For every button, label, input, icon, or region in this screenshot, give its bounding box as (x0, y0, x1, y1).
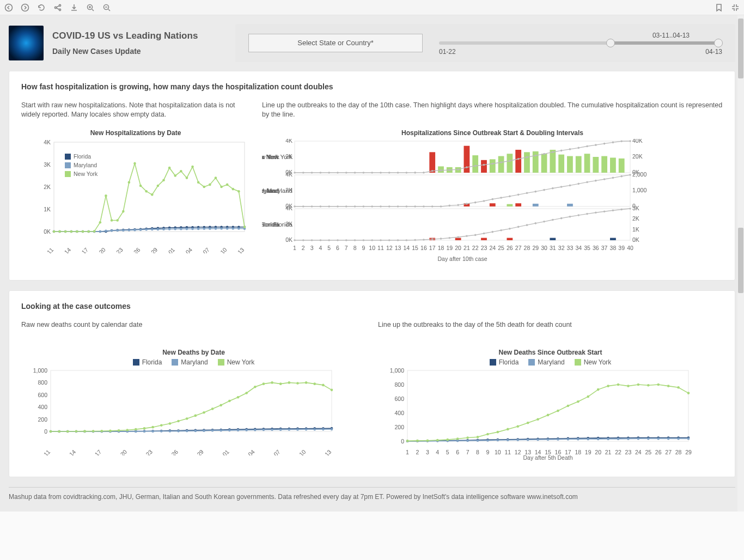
svg-text:4: 4 (319, 245, 322, 251)
legend-item: New York (575, 358, 612, 366)
slider-min-label: 01-22 (439, 48, 456, 56)
date-range-slider[interactable]: 03-11..04-13 01-22 04-13 (439, 34, 722, 52)
svg-point-1 (22, 4, 29, 11)
covid-logo-image (9, 26, 44, 60)
svg-text:27: 27 (515, 245, 522, 251)
svg-text:Day after 10th case: Day after 10th case (437, 255, 487, 262)
svg-text:4K: 4K (285, 171, 292, 178)
svg-text:1K: 1K (632, 226, 639, 233)
scroll-thumb[interactable] (738, 19, 743, 78)
svg-text:3: 3 (310, 245, 314, 251)
svg-text:Florida: Florida (74, 153, 91, 160)
svg-text:1,000: 1,000 (390, 368, 404, 374)
panel2-heading: Looking at the case outcomes (21, 302, 723, 311)
chart4-title: New Deaths Since Outbreak Start (378, 349, 723, 356)
chart-new-hosp: 0K1K2K3K4K03-1103-1403-1703-2003-2303-26… (21, 139, 250, 255)
svg-text:11: 11 (504, 449, 511, 455)
svg-rect-158 (558, 155, 564, 173)
svg-text:24: 24 (489, 245, 496, 251)
svg-text:400: 400 (394, 410, 404, 416)
svg-text:03-29: 03-29 (144, 246, 159, 253)
svg-text:18: 18 (438, 245, 444, 251)
page-title: COVID-19 US vs Leading Nations (52, 31, 198, 41)
svg-text:2K: 2K (632, 215, 639, 222)
svg-text:600: 600 (394, 395, 404, 402)
svg-rect-160 (576, 156, 582, 173)
svg-text:3K: 3K (632, 205, 639, 211)
svg-text:2K: 2K (44, 184, 51, 190)
svg-text:4K: 4K (285, 205, 292, 211)
svg-text:03-14: 03-14 (62, 448, 77, 455)
svg-rect-219 (515, 203, 521, 206)
download-icon[interactable] (70, 3, 78, 12)
scrollbar[interactable] (737, 15, 744, 512)
svg-text:27: 27 (665, 449, 672, 455)
svg-text:31: 31 (550, 245, 556, 251)
bookmark-icon[interactable] (715, 3, 723, 12)
svg-rect-143 (429, 152, 435, 173)
panel1-heading: How fast hospitalization is growing, how… (21, 82, 723, 91)
forward-icon[interactable] (21, 3, 29, 12)
svg-text:25: 25 (645, 449, 651, 455)
zoom-in-icon[interactable] (86, 3, 95, 12)
svg-text:6: 6 (336, 245, 339, 251)
svg-rect-278 (610, 238, 616, 240)
svg-text:10: 10 (369, 245, 375, 251)
controls-panel: Select State or Country* 03-11..04-13 01… (235, 24, 735, 62)
svg-text:400: 400 (38, 404, 47, 410)
svg-text:600: 600 (38, 392, 47, 398)
slider-handle-max[interactable] (714, 39, 723, 47)
svg-rect-161 (584, 154, 590, 173)
slider-range-label: 03-11..04-13 (652, 32, 690, 39)
svg-text:8: 8 (476, 449, 479, 455)
svg-text:11: 11 (377, 245, 384, 251)
svg-text:22: 22 (472, 245, 479, 251)
svg-text:03-23: 03-23 (109, 246, 124, 253)
refresh-icon[interactable] (37, 3, 46, 12)
svg-text:2,000: 2,000 (632, 171, 647, 178)
svg-text:New York: New York (262, 154, 279, 160)
svg-text:38: 38 (610, 245, 617, 251)
select-state-button[interactable]: Select State or Country* (248, 34, 423, 52)
svg-text:03-23: 03-23 (139, 448, 154, 455)
svg-rect-262 (295, 209, 630, 240)
back-icon[interactable] (4, 3, 13, 12)
svg-text:19: 19 (585, 449, 591, 455)
scroll-thumb[interactable] (738, 228, 743, 293)
svg-text:03-26: 03-26 (126, 246, 142, 253)
slider-handle-min[interactable] (606, 39, 615, 47)
svg-text:19: 19 (446, 245, 453, 251)
chart2-title: Hospitalizations Since Outbreak Start & … (262, 129, 723, 137)
svg-rect-276 (507, 238, 513, 240)
svg-text:21: 21 (605, 449, 612, 455)
svg-text:20: 20 (455, 245, 461, 251)
share-icon[interactable] (53, 3, 62, 12)
chart-hosp-doubling: 0K2K4K0K20K40KNew YorkNew YorkNew York0K… (262, 139, 723, 266)
svg-text:10: 10 (495, 449, 501, 455)
svg-text:22: 22 (615, 449, 621, 455)
svg-rect-152 (507, 154, 513, 173)
svg-text:33: 33 (567, 245, 574, 251)
svg-text:20K: 20K (632, 153, 643, 160)
svg-rect-218 (507, 204, 513, 206)
svg-text:9: 9 (362, 245, 365, 251)
svg-text:26: 26 (655, 449, 662, 455)
svg-text:9: 9 (486, 449, 490, 455)
legend-item: New York (218, 358, 255, 366)
svg-text:5: 5 (327, 245, 331, 251)
svg-text:4K: 4K (44, 139, 51, 145)
svg-text:New York: New York (74, 171, 98, 177)
panel-hospitalization: How fast hospitalization is growing, how… (9, 71, 735, 281)
collapse-icon[interactable] (731, 3, 740, 12)
svg-text:04-10: 04-10 (292, 448, 307, 455)
svg-text:30: 30 (541, 245, 547, 251)
zoom-out-icon[interactable] (102, 3, 111, 12)
svg-rect-154 (524, 152, 530, 173)
svg-rect-127 (65, 154, 71, 160)
title-block: COVID-19 US vs Leading Nations Daily New… (9, 24, 227, 62)
chart-new-deaths: 02004006008001,00003-1103-1403-1703-2003… (21, 368, 366, 457)
svg-text:04-13: 04-13 (318, 448, 333, 455)
svg-rect-157 (550, 150, 556, 173)
svg-text:40K: 40K (632, 139, 643, 144)
chart3-note: Raw new deaths count by calendar date (21, 320, 366, 339)
